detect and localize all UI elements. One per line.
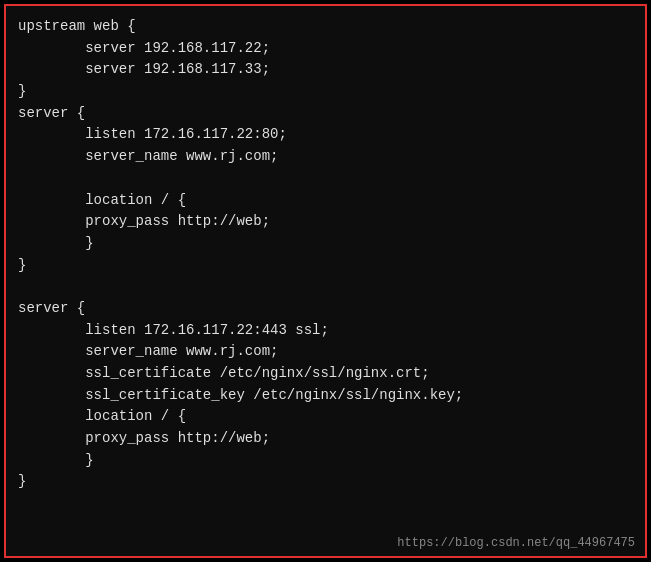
code-block: upstream web { server 192.168.117.22; se… xyxy=(18,16,633,493)
watermark: https://blog.csdn.net/qq_44967475 xyxy=(397,536,635,550)
code-container: upstream web { server 192.168.117.22; se… xyxy=(4,4,647,558)
